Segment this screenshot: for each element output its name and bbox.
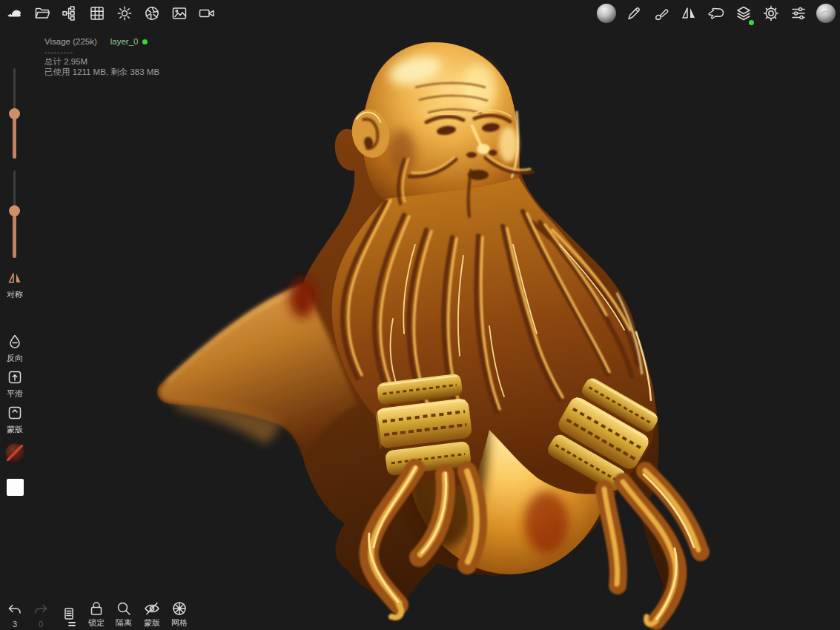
nomad-logo[interactable]: [2, 1, 27, 26]
memory-usage: 已使用 1211 MB, 剩余 383 MB: [44, 67, 159, 78]
active-layer[interactable]: layer_0: [110, 37, 148, 47]
lock-label: 锁定: [88, 617, 105, 629]
symmetry-icon[interactable]: [676, 1, 701, 26]
tool-smooth-label: 平滑: [7, 388, 23, 399]
adjust-sliders-icon[interactable]: [786, 1, 811, 26]
memory-total: 总计 2.95M: [44, 57, 159, 67]
layer-name-label: layer_0: [110, 37, 139, 47]
undo-count: 3: [13, 620, 17, 629]
tool-mask-label: 蒙版: [7, 424, 23, 435]
layers-notification-dot: [749, 20, 754, 25]
tool-invert[interactable]: 反向: [0, 334, 30, 364]
tool-symmetry-label: 对称: [7, 289, 23, 300]
smooth-icon: [7, 369, 23, 385]
nomad-sculpt-app: Visage (225k) layer_0 --------- 总计 2.95M…: [0, 0, 840, 630]
matcap-sphere-icon[interactable]: [594, 1, 619, 26]
tool-symmetry[interactable]: 对称: [0, 270, 30, 300]
eye-off-icon: [143, 600, 161, 617]
toolbar-top-left: [2, 1, 219, 26]
viewport-3d[interactable]: [0, 0, 840, 630]
invert-drop-icon: [7, 334, 23, 350]
mask-visibility-label: 蒙版: [144, 617, 160, 629]
notepad-icon: [62, 606, 79, 629]
color-swatch[interactable]: [0, 479, 30, 496]
toolbar-top-right: [594, 1, 839, 26]
settings-gear-icon[interactable]: [758, 1, 784, 26]
tool-mask[interactable]: 蒙版: [0, 405, 30, 435]
falloff-sphere[interactable]: [0, 442, 30, 463]
paint-tool-icon[interactable]: [649, 1, 674, 26]
current-color-white: [7, 479, 24, 496]
magnifier-icon: [116, 600, 132, 617]
matcap-sphere-alt-icon[interactable]: [813, 1, 839, 26]
redo-button[interactable]: 0: [24, 603, 57, 629]
redo-icon: [33, 603, 49, 619]
redo-count: 0: [39, 620, 43, 629]
wireframe-button[interactable]: 网格: [163, 600, 196, 629]
symmetry-left-icon: [7, 270, 23, 286]
mask-icon: [7, 405, 23, 421]
tool-invert-label: 反向: [7, 353, 23, 364]
brush-radius-slider[interactable]: [9, 68, 20, 159]
scene-graph-icon[interactable]: [57, 1, 82, 26]
layers-icon[interactable]: [731, 1, 756, 26]
topology-grid-icon[interactable]: [85, 1, 110, 26]
tool-smooth[interactable]: 平滑: [0, 369, 30, 399]
post-process-aperture-icon[interactable]: [139, 1, 165, 26]
lighting-sun-icon[interactable]: [112, 1, 137, 26]
lock-icon: [88, 600, 105, 617]
brush-intensity-slider[interactable]: [9, 170, 20, 258]
pencil-tool-icon[interactable]: [621, 1, 646, 26]
isolate-label: 隔离: [116, 617, 132, 629]
background-image-icon[interactable]: [167, 1, 192, 26]
camera-icon[interactable]: [194, 1, 219, 26]
falloff-sphere-icon: [4, 442, 25, 463]
wireframe-label: 网格: [171, 617, 188, 629]
brush-intensity-knob[interactable]: [9, 205, 20, 216]
scene-info: Visage (225k) layer_0 --------- 总计 2.95M…: [44, 37, 159, 77]
wireframe-icon: [171, 600, 188, 617]
info-separator: ---------: [44, 47, 159, 58]
brush-radius-knob[interactable]: [9, 108, 20, 119]
project-folder-icon[interactable]: [30, 1, 55, 26]
undo-icon: [7, 603, 23, 619]
sculpture-render: [0, 0, 840, 630]
layer-active-dot: [142, 39, 148, 44]
gesture-hand-icon[interactable]: [704, 1, 729, 26]
object-stats: Visage (225k): [44, 37, 97, 47]
